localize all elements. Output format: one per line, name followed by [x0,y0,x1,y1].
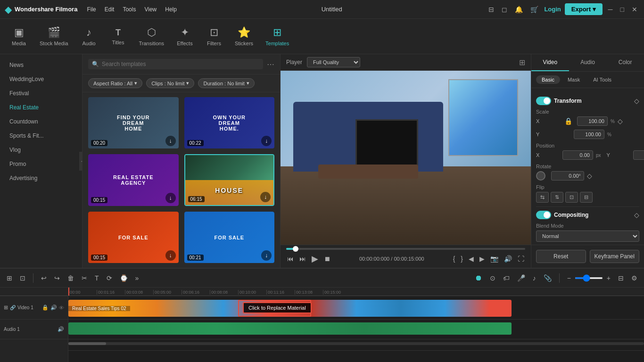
template-card-t6[interactable]: FOR SALE 00:21 ↓ [184,212,275,263]
blend-mode-select[interactable]: Normal Multiply Screen Overlay [536,230,639,242]
template-download-t6[interactable]: ↓ [261,250,272,261]
sidebar-item-real-estate[interactable]: Real Estate [0,100,82,115]
template-card-t5[interactable]: FOR SALE 00:15 ↓ [88,212,179,263]
template-card-t1[interactable]: FIND YOUR DREAM HOME 00:20 ↓ Real Estate… [88,97,179,148]
tl-zoom-minus[interactable]: − [565,272,573,284]
search-input[interactable] [102,61,259,67]
tool-filters[interactable]: ⊡ Filters [200,24,228,49]
flip-3[interactable]: ⊡ [565,192,578,203]
tool-audio[interactable]: ♪ Audio [75,24,103,49]
tl-zoom-slider[interactable] [575,277,603,279]
search-box[interactable]: 🔍 [88,59,263,69]
tl-snap-btn[interactable]: ⊙ [488,272,497,284]
sidebar-item-festival[interactable]: Festival [0,86,82,100]
snapshot-button[interactable]: 📷 [489,254,499,263]
panel-menu-icon[interactable]: ⋯ [267,60,274,69]
tab-audio[interactable]: Audio [569,54,607,71]
sidebar-item-advertising[interactable]: Advertising [0,171,82,185]
tl-layout-btn[interactable]: ⊞ [5,272,14,284]
export-button[interactable]: Export ▾ [565,3,603,15]
topbar-icon-3[interactable]: 🔔 [513,4,525,15]
compositing-toggle[interactable] [536,211,551,219]
topbar-icon-4[interactable]: 🛒 [528,4,540,15]
tl-text-btn[interactable]: T [93,272,101,284]
seek-thumb[interactable] [293,246,298,252]
audio-track-volume-icon[interactable]: 🔊 [58,326,64,332]
sidebar-item-vlog[interactable]: Vlog [0,143,82,157]
topbar-icon-2[interactable]: ◻ [500,4,509,15]
sidebar-item-news[interactable]: News [0,58,82,72]
volume-button[interactable]: 🔊 [503,254,513,263]
template-download-t1[interactable]: ↓ [165,136,176,146]
minimize-button[interactable]: ─ [606,4,615,15]
compositing-keyframe-icon[interactable]: ◇ [634,211,639,219]
playhead[interactable] [68,288,69,296]
sidebar-collapse-button[interactable]: ◀ [79,152,83,171]
tl-auto-btn[interactable]: 🏷 [501,272,512,284]
tab-video[interactable]: Video [531,54,569,71]
template-card-t4[interactable]: HOUSE 06:15 ↓ Real Estate Sales Tips 02 [184,154,275,206]
track-label-link-icon[interactable]: 🔗 [10,305,16,310]
prev-frame-button[interactable]: ◀ [468,254,475,263]
tl-clip-btn[interactable]: 📎 [542,272,553,284]
next-frame-button[interactable]: ▶ [479,254,486,263]
track-eye-icon[interactable]: 👁 [59,304,64,311]
sidebar-item-weddinglove[interactable]: WeddingLove [0,72,82,86]
tl-magnet-btn[interactable]: ⊡ [18,272,27,284]
flip-4[interactable]: ⊟ [580,192,593,203]
keyframe-panel-button[interactable]: Keyframe Panel [590,250,640,263]
duration-filter[interactable]: Duration : No limit ▾ [198,78,254,88]
scale-y-input[interactable] [574,130,604,139]
tool-stickers[interactable]: ⭐ Stickers [229,24,259,49]
position-y-input[interactable] [633,150,644,160]
timeline-scrollbar-thumb[interactable] [68,342,106,345]
tool-templates[interactable]: ⊞ Templates [260,24,295,49]
tl-music-btn[interactable]: ♪ [531,272,538,284]
tool-media[interactable]: ▣ Media [5,24,33,49]
tl-record-btn[interactable]: ⏺ [473,272,484,284]
template-card-t3[interactable]: REAL ESTATE AGENCY 00:15 ↓ Real Estate P… [88,154,179,206]
sidebar-item-sports-fit[interactable]: Sports & Fit... [0,129,82,143]
sidebar-item-promo[interactable]: Promo [0,157,82,171]
skip-back-button[interactable]: ⏮ [286,254,295,263]
rotate-keyframe[interactable]: ◇ [587,172,592,180]
maximize-button[interactable]: □ [619,4,626,15]
menu-edit[interactable]: Edit [105,6,115,13]
mark-out-button[interactable]: } [460,254,464,263]
menu-view[interactable]: View [144,6,157,13]
menu-tools[interactable]: Tools [123,6,136,13]
tl-delete-btn[interactable]: 🗑 [66,272,76,284]
tl-cut-btn[interactable]: ✂ [80,272,89,284]
template-download-t3[interactable]: ↓ [165,193,176,203]
aspect-ratio-filter[interactable]: Aspect Ratio : All ▾ [88,78,142,88]
track-volume-icon[interactable]: 🔊 [50,304,57,311]
tl-more-btn[interactable]: » [133,272,141,284]
transform-keyframe-icon[interactable]: ◇ [634,97,639,105]
tool-transitions[interactable]: ⬡ Transitions [133,24,170,49]
scale-x-input[interactable] [577,116,608,126]
tl-settings-btn[interactable]: ⚙ [629,272,639,284]
sub-tab-ai-tools[interactable]: AI Tools [587,75,617,84]
tl-speed-btn[interactable]: ⟳ [105,272,114,284]
clips-filter[interactable]: Clips : No limit ▾ [146,78,194,88]
tool-titles[interactable]: T Titles [104,25,132,48]
close-button[interactable]: ✕ [630,4,639,15]
seek-bar[interactable] [286,248,525,250]
reset-button[interactable]: Reset [536,250,586,263]
audio-track[interactable] [68,322,512,335]
template-download-t2[interactable]: ↓ [261,136,272,146]
tl-redo-btn[interactable]: ↪ [52,272,62,284]
tool-effects[interactable]: ✦ Effects [171,24,199,49]
template-download-t5[interactable]: ↓ [165,250,176,261]
flip-vertical-button[interactable]: ⇅ [551,192,563,203]
menu-help[interactable]: Help [165,6,177,13]
tl-grid-btn[interactable]: ⊟ [616,272,626,284]
mark-in-button[interactable]: { [452,254,456,263]
topbar-icon-1[interactable]: ⊟ [487,4,496,15]
flip-horizontal-button[interactable]: ⇆ [536,192,549,203]
tool-stock-media[interactable]: 🎬 Stock Media [34,24,74,49]
quality-select[interactable]: Full Quality Half Quality Quarter Qualit… [307,57,360,67]
lock-icon[interactable]: 🔒 [564,117,572,125]
player-settings-icon[interactable]: ⊞ [519,58,525,67]
play-button[interactable]: ▶ [311,253,319,265]
